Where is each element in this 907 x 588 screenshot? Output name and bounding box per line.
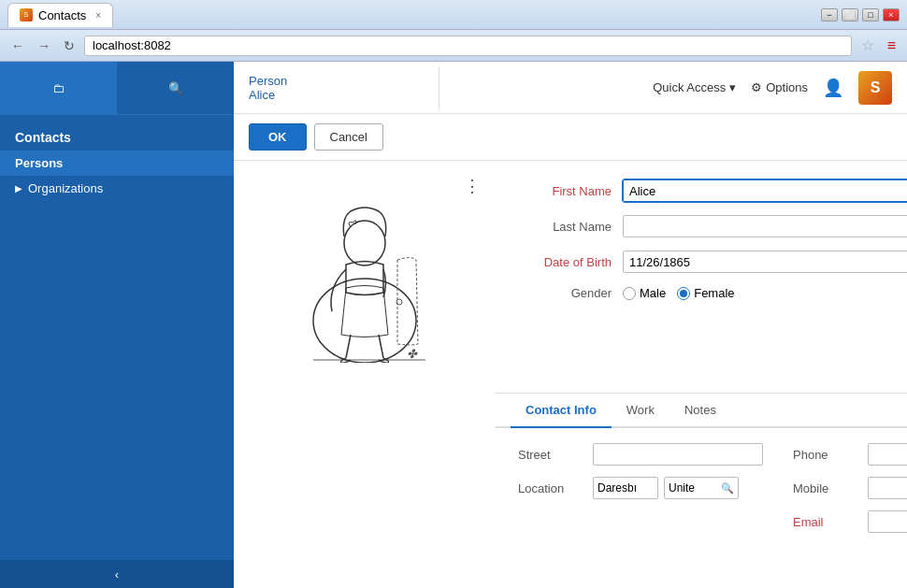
- header-actions: Quick Access ▾ ⚙ Options 👤 S: [439, 71, 907, 105]
- user-avatar-icon[interactable]: 👤: [823, 78, 843, 98]
- male-radio[interactable]: [623, 287, 636, 300]
- tab-title: Contacts: [38, 8, 86, 22]
- persons-label: Persons: [15, 156, 63, 170]
- street-input[interactable]: [593, 443, 763, 466]
- location-country-input[interactable]: [665, 478, 717, 498]
- main-content: Person Alice Quick Access ▾ ⚙ Options 👤 …: [234, 62, 907, 588]
- last-name-row: Last Name: [518, 215, 907, 237]
- breadcrumb: Person Alice: [234, 66, 439, 109]
- gender-label: Gender: [518, 286, 612, 300]
- browser-tab[interactable]: S Contacts ×: [7, 3, 113, 27]
- fields-and-tabs: First Name Last Name Date of Birth 📅: [496, 161, 907, 588]
- street-label: Street: [518, 448, 583, 462]
- location-city-input[interactable]: [593, 477, 658, 499]
- forward-button[interactable]: →: [34, 36, 54, 55]
- quick-access-button[interactable]: Quick Access ▾: [653, 80, 736, 94]
- reload-button[interactable]: ↻: [60, 36, 79, 55]
- last-name-input[interactable]: [623, 215, 907, 237]
- browser-toolbar: ← → ↻ localhost:8082 ☆ ≡: [0, 30, 907, 62]
- chevron-right-icon: ▶: [15, 183, 22, 194]
- contact-info-left-col: Street Location 🔍: [518, 443, 763, 533]
- first-name-input[interactable]: [623, 179, 907, 202]
- svg-text:✤: ✤: [407, 347, 418, 361]
- location-row: Location 🔍: [518, 477, 763, 499]
- gear-icon: ⚙: [751, 80, 762, 94]
- options-label: Options: [766, 80, 808, 94]
- minimize-button[interactable]: −: [821, 8, 838, 22]
- cancel-button[interactable]: Cancel: [314, 123, 383, 151]
- tab-work[interactable]: Work: [612, 394, 669, 428]
- window-controls: − ⬜ □ ×: [821, 8, 900, 22]
- female-radio[interactable]: [677, 287, 690, 300]
- browser-menu-button[interactable]: ≡: [884, 36, 900, 56]
- gender-female-option[interactable]: Female: [677, 286, 734, 300]
- sidebar-collapse-button[interactable]: ‹: [0, 560, 234, 588]
- location-label: Location: [518, 481, 583, 495]
- dob-input[interactable]: [624, 251, 907, 272]
- email-label: Email: [793, 515, 858, 529]
- mobile-label: Mobile: [793, 481, 858, 495]
- gender-male-label: Male: [640, 286, 666, 300]
- tabs-header: Contact Info Work Notes: [496, 394, 907, 428]
- phone-row: Phone: [793, 443, 907, 466]
- last-name-label: Last Name: [518, 220, 612, 234]
- location-search-icon[interactable]: 🔍: [717, 482, 738, 495]
- contact-info-right-col: Phone Mobile Email: [793, 443, 907, 533]
- phone-input[interactable]: [868, 443, 907, 466]
- dob-row: Date of Birth 📅: [518, 251, 907, 273]
- chevron-down-icon: ▾: [729, 80, 736, 94]
- app-container: 🗀 🔍 Contacts Persons ▶ Organizations ‹ P…: [0, 62, 907, 588]
- form-area: ⋮: [234, 161, 907, 588]
- address-bar[interactable]: localhost:8082: [84, 36, 852, 56]
- sidebar-item-persons[interactable]: Persons: [0, 151, 234, 176]
- gender-male-option[interactable]: Male: [623, 286, 666, 300]
- app-logo: S: [858, 71, 892, 105]
- bookmark-button[interactable]: ☆: [857, 35, 878, 56]
- dob-input-wrap: 📅: [623, 251, 907, 273]
- phone-label: Phone: [793, 448, 858, 462]
- gender-options: Male Female: [623, 286, 735, 300]
- mobile-input[interactable]: [868, 477, 907, 499]
- location-country-wrap: 🔍: [664, 477, 739, 499]
- email-row: Email: [793, 510, 907, 533]
- email-input[interactable]: [868, 510, 907, 533]
- dob-label: Date of Birth: [518, 255, 612, 269]
- organizations-label: Organizations: [28, 181, 103, 195]
- tab-notes[interactable]: Notes: [669, 394, 731, 428]
- fields-section: First Name Last Name Date of Birth 📅: [496, 161, 907, 393]
- sidebar-item-organizations[interactable]: ▶ Organizations: [0, 176, 234, 201]
- sidebar-nav: Contacts Persons ▶ Organizations: [0, 115, 234, 208]
- more-options-icon[interactable]: ⋮: [464, 176, 481, 196]
- sidebar-folder-button[interactable]: 🗀: [0, 62, 117, 114]
- sidebar-section-contacts: Contacts: [0, 122, 234, 151]
- back-button[interactable]: ←: [7, 36, 28, 55]
- gender-row: Gender Male Female: [518, 286, 907, 300]
- sidebar-icon-bar: 🗀 🔍: [0, 62, 234, 115]
- form-toolbar: OK Cancel: [234, 114, 907, 161]
- options-button[interactable]: ⚙ Options: [751, 80, 808, 94]
- maximize-button[interactable]: □: [862, 8, 879, 22]
- tabs-section: Contact Info Work Notes Street Loca: [496, 393, 907, 588]
- location-inputs: 🔍: [593, 477, 763, 499]
- browser-titlebar: S Contacts × − ⬜ □ ×: [0, 0, 907, 30]
- tab-close-button[interactable]: ×: [95, 10, 101, 21]
- mobile-row: Mobile: [793, 477, 907, 499]
- breadcrumb-name: Alice: [249, 88, 424, 102]
- sidebar-search-button[interactable]: 🔍: [117, 62, 234, 114]
- search-icon: 🔍: [168, 81, 183, 95]
- tab-contact-info[interactable]: Contact Info: [511, 394, 612, 428]
- tab-favicon: S: [20, 8, 33, 22]
- gender-female-label: Female: [694, 286, 734, 300]
- svg-point-0: [313, 279, 416, 363]
- breadcrumb-type: Person: [249, 74, 424, 88]
- image-section: ⋮: [234, 161, 496, 588]
- ok-button[interactable]: OK: [249, 123, 307, 151]
- close-button[interactable]: ×: [883, 8, 900, 22]
- restore-button[interactable]: ⬜: [842, 8, 858, 22]
- folder-icon: 🗀: [52, 81, 65, 95]
- contact-info-content: Street Location 🔍: [496, 428, 907, 548]
- app-header: Person Alice Quick Access ▾ ⚙ Options 👤 …: [234, 62, 907, 114]
- address-text: localhost:8082: [93, 38, 171, 52]
- quick-access-label: Quick Access: [653, 80, 726, 94]
- collapse-icon: ‹: [115, 567, 119, 581]
